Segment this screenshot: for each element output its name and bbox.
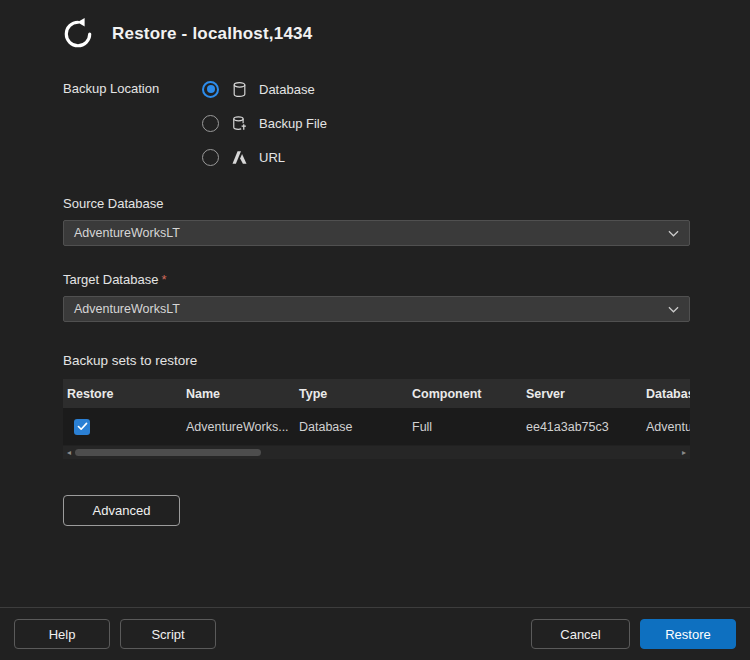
scroll-left-arrow-icon[interactable]: ◂: [63, 446, 75, 459]
restore-icon: [58, 14, 98, 54]
column-header-restore: Restore: [63, 387, 182, 401]
database-icon: [230, 80, 248, 98]
chevron-down-icon: [668, 306, 679, 313]
radio-label-backup-file: Backup File: [259, 116, 327, 131]
radio-option-backup-file[interactable]: Backup File: [202, 112, 327, 134]
column-header-database: Database: [642, 387, 690, 401]
restore-cell: [63, 419, 182, 435]
source-database-dropdown[interactable]: AdventureWorksLT: [63, 220, 690, 246]
horizontal-scrollbar[interactable]: ◂ ▸: [63, 446, 690, 459]
dialog-title: Restore - localhost,1434: [112, 24, 312, 44]
restore-dialog: Restore - localhost,1434 Backup Location…: [0, 0, 750, 660]
restore-button[interactable]: Restore: [640, 619, 736, 649]
table-row[interactable]: AdventureWorks... Database Full ee41a3ab…: [63, 408, 690, 445]
backup-sets-label: Backup sets to restore: [63, 353, 690, 368]
radio-label-database: Database: [259, 82, 315, 97]
scrollbar-track[interactable]: [75, 446, 678, 459]
restore-checkbox[interactable]: [74, 419, 90, 435]
help-button[interactable]: Help: [14, 619, 110, 649]
required-marker: *: [161, 272, 166, 287]
target-database-label-text: Target Database: [63, 272, 158, 287]
name-cell: AdventureWorks...: [182, 420, 295, 434]
backup-location-row: Backup Location Database: [63, 78, 690, 168]
backup-file-icon: [230, 114, 248, 132]
backup-sets-table: Restore Name Type Component Server Datab…: [63, 379, 690, 445]
source-database-label: Source Database: [63, 196, 690, 211]
column-header-server: Server: [522, 387, 642, 401]
dialog-footer: Help Script Cancel Restore: [0, 607, 750, 660]
target-database-section: Target Database* AdventureWorksLT: [63, 272, 690, 322]
backup-location-radio-group: Database Backup File: [202, 78, 327, 168]
type-cell: Database: [295, 420, 408, 434]
scroll-right-arrow-icon[interactable]: ▸: [678, 446, 690, 459]
column-header-type: Type: [295, 387, 408, 401]
column-header-name: Name: [182, 387, 295, 401]
radio-button[interactable]: [202, 115, 219, 132]
backup-sets-section: Backup sets to restore Restore Name Type…: [63, 353, 690, 459]
source-database-section: Source Database AdventureWorksLT: [63, 196, 690, 246]
radio-label-url: URL: [259, 150, 285, 165]
backup-location-label: Backup Location: [63, 78, 202, 168]
radio-option-database[interactable]: Database: [202, 78, 327, 100]
target-database-label: Target Database*: [63, 272, 690, 287]
source-database-value: AdventureWorksLT: [74, 226, 180, 240]
url-icon: [230, 148, 248, 166]
server-cell: ee41a3ab75c3: [522, 420, 642, 434]
chevron-down-icon: [668, 230, 679, 237]
dialog-header: Restore - localhost,1434: [0, 0, 750, 54]
component-cell: Full: [408, 420, 522, 434]
radio-button[interactable]: [202, 149, 219, 166]
table-header-row: Restore Name Type Component Server Datab…: [63, 379, 690, 408]
dialog-body: Backup Location Database: [0, 78, 690, 526]
target-database-value: AdventureWorksLT: [74, 302, 180, 316]
script-button[interactable]: Script: [120, 619, 216, 649]
radio-option-url[interactable]: URL: [202, 146, 327, 168]
scrollbar-thumb[interactable]: [75, 449, 261, 456]
radio-button[interactable]: [202, 81, 219, 98]
advanced-button[interactable]: Advanced: [63, 495, 180, 526]
cancel-button[interactable]: Cancel: [531, 619, 630, 649]
target-database-dropdown[interactable]: AdventureWorksLT: [63, 296, 690, 322]
database-cell: AdventureWorksLT: [642, 420, 690, 434]
column-header-component: Component: [408, 387, 522, 401]
